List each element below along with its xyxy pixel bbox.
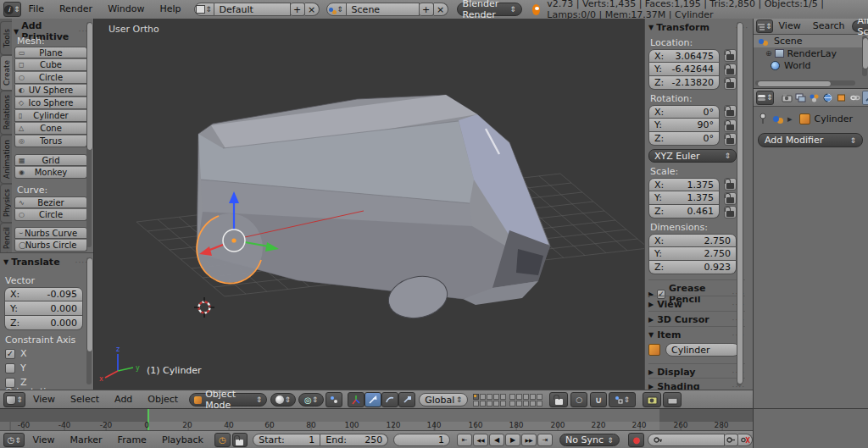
shelf-tab-tools[interactable]: Tools — [0, 21, 13, 55]
n-panel-scrollbar[interactable] — [737, 22, 742, 386]
add-curve-circle-button[interactable]: ○Circle — [14, 209, 87, 221]
translate-panel-header[interactable]: ▼ Translate ···· — [3, 257, 88, 268]
constraint-y-checkbox[interactable]: Y — [5, 362, 26, 373]
outliner-row-world[interactable]: World — [754, 59, 868, 71]
start-frame-field[interactable]: Start:1 — [253, 434, 320, 446]
shading-panel-header[interactable]: ▶ Shading ···· — [648, 378, 745, 390]
play-reverse-button[interactable]: ◀ — [489, 434, 504, 446]
timeline-menu-view[interactable]: View — [25, 431, 62, 448]
lock-to-scene-toggle[interactable] — [549, 392, 568, 407]
editor-type-button-timeline[interactable]: ◷ ⇕ — [3, 433, 25, 447]
scale-x-field[interactable]: X:1.375 — [648, 178, 720, 191]
outliner-h-scrollbar[interactable] — [755, 80, 855, 86]
layer-1-active[interactable] — [473, 394, 479, 400]
pin-icon[interactable] — [758, 113, 768, 124]
breadcrumb-scene-icon[interactable] — [773, 116, 779, 122]
translate-z-field[interactable]: Z:0.000 — [4, 316, 83, 330]
opengl-render-anim-button[interactable] — [663, 392, 682, 407]
tab-scene-icon[interactable] — [808, 91, 821, 104]
shelf-tab-physics[interactable]: Physics — [0, 184, 13, 223]
tab-render-icon[interactable] — [781, 91, 793, 104]
add-monkey-button[interactable]: ◉Monkey — [14, 167, 87, 179]
cursor-3d[interactable] — [194, 297, 214, 318]
editor-type-button-properties[interactable]: ⇕ — [756, 91, 774, 105]
delete-keyframe-button[interactable] — [738, 434, 753, 446]
tab-render-layers-icon[interactable] — [794, 91, 807, 104]
dimensions-z-field[interactable]: Z:0.923 — [648, 261, 737, 274]
editor-type-button-3d-view[interactable]: ⇕ — [3, 392, 25, 407]
transform-panel-header[interactable]: ▼ Transform ···· — [648, 22, 748, 33]
display-panel-header[interactable]: ▶ Display ···· — [648, 363, 745, 378]
lock-rotation-y-button[interactable] — [724, 119, 737, 132]
lock-scale-x-button[interactable] — [724, 178, 737, 191]
add-plane-button[interactable]: ▭Plane — [14, 47, 87, 58]
lock-time-toggle[interactable] — [232, 433, 248, 447]
rotation-y-field[interactable]: Y:90° — [648, 119, 720, 132]
previous-keyframe-button[interactable]: ◀◀ — [473, 434, 488, 446]
add-torus-button[interactable]: ◎Torus — [14, 136, 87, 147]
insert-keyframe-button[interactable] — [725, 434, 739, 446]
tab-world-icon[interactable] — [821, 91, 834, 104]
location-z-field[interactable]: Z:-2.13820 — [648, 76, 720, 90]
outliner-v-scrollbar[interactable] — [862, 36, 867, 76]
lock-rotation-z-button[interactable] — [724, 133, 737, 146]
editor-type-button-outliner[interactable]: ⇕ — [756, 19, 773, 33]
opengl-render-button[interactable] — [643, 392, 661, 407]
object-name-field[interactable]: Cylinder — [665, 343, 740, 357]
current-frame-field[interactable]: 1 — [393, 434, 450, 446]
jump-to-start-button[interactable]: ⇤ — [457, 434, 472, 446]
add-uv-sphere-button[interactable]: ◐UV Sphere — [14, 85, 87, 97]
add-modifier-dropdown[interactable]: Add Modifier ⇕ — [758, 133, 863, 147]
add-bezier-button[interactable]: ∿Bezier — [14, 196, 87, 208]
lock-scale-z-button[interactable] — [724, 206, 737, 218]
menu-render[interactable]: Render — [52, 0, 100, 19]
end-frame-field[interactable]: End:250 — [320, 434, 388, 446]
constraint-x-checkbox[interactable]: ✓ X — [5, 348, 27, 359]
location-x-field[interactable]: X:3.06475 — [648, 49, 720, 63]
snap-element-dropdown[interactable]: ⇕ — [609, 392, 636, 407]
sync-mode-dropdown[interactable]: No Sync ⇕ — [559, 434, 620, 446]
pivot-point-dropdown[interactable]: ◎ ⇕ — [298, 393, 324, 407]
next-keyframe-button[interactable]: ▶▶ — [521, 434, 537, 446]
menu-add[interactable]: Add — [107, 390, 140, 409]
van-model[interactable] — [94, 19, 550, 305]
location-y-field[interactable]: Y:-6.42644 — [648, 63, 720, 76]
editor-type-button-info[interactable]: i ⇕ — [3, 2, 21, 17]
dimensions-x-field[interactable]: X:2.750 — [648, 234, 737, 247]
tab-modifiers-icon-active[interactable] — [862, 91, 868, 105]
auto-keyframe-record-button[interactable]: ● — [628, 433, 645, 447]
add-grid-button[interactable]: ▦Grid — [14, 154, 87, 166]
viewport-3d[interactable]: z y x User Ortho (1) Cylinder — [93, 19, 645, 390]
manipulate-center-points-toggle[interactable] — [326, 392, 342, 407]
view-panel-header[interactable]: ▶ View ···· — [648, 296, 745, 310]
outliner-row-scene[interactable]: Scene — [754, 35, 868, 47]
lock-rotation-x-button[interactable] — [724, 105, 737, 118]
proportional-edit-toggle[interactable]: ○ — [570, 392, 587, 407]
timeline-menu-frame[interactable]: Frame — [110, 431, 154, 448]
tool-shelf-scrollbar[interactable] — [86, 22, 92, 247]
rotation-z-field[interactable]: Z:0° — [648, 132, 720, 146]
screen-layout-name-field[interactable]: Default — [214, 3, 291, 16]
add-scene-button[interactable]: + — [420, 3, 434, 16]
jump-to-end-button[interactable]: ⇥ — [537, 434, 553, 446]
manipulator-enable-toggle[interactable] — [348, 392, 364, 407]
outliner-display-mode-dropdown[interactable]: All Sc — [852, 20, 868, 32]
manipulator-translate-toggle[interactable] — [364, 392, 381, 407]
snap-toggle[interactable]: ∪ — [590, 392, 607, 407]
lock-scale-y-button[interactable] — [724, 192, 737, 205]
manipulator-rotate-toggle[interactable] — [381, 392, 398, 407]
timeline-canvas[interactable]: -60 -40 -20 0 20 40 60 80 100 120 140 16… — [0, 408, 753, 431]
manipulator-scale-toggle[interactable] — [398, 392, 415, 407]
scene-name-field[interactable]: Scene — [347, 3, 420, 16]
add-ico-sphere-button[interactable]: ◇Ico Sphere — [14, 97, 87, 109]
outliner-menu-search[interactable]: Search — [807, 19, 851, 34]
add-circle-button[interactable]: ○Circle — [14, 72, 87, 84]
screen-layout-icon-button[interactable]: ⇕ — [194, 3, 214, 16]
rotation-x-field[interactable]: X:0° — [648, 105, 720, 119]
lock-location-x-button[interactable] — [724, 49, 737, 62]
menu-window[interactable]: Window — [100, 0, 152, 19]
translate-y-field[interactable]: Y:0.000 — [4, 301, 83, 316]
timeline-menu-playback[interactable]: Playback — [154, 431, 211, 448]
tab-object-icon[interactable] — [835, 91, 848, 104]
mode-dropdown[interactable]: Object Mode ⇕ — [189, 393, 267, 407]
